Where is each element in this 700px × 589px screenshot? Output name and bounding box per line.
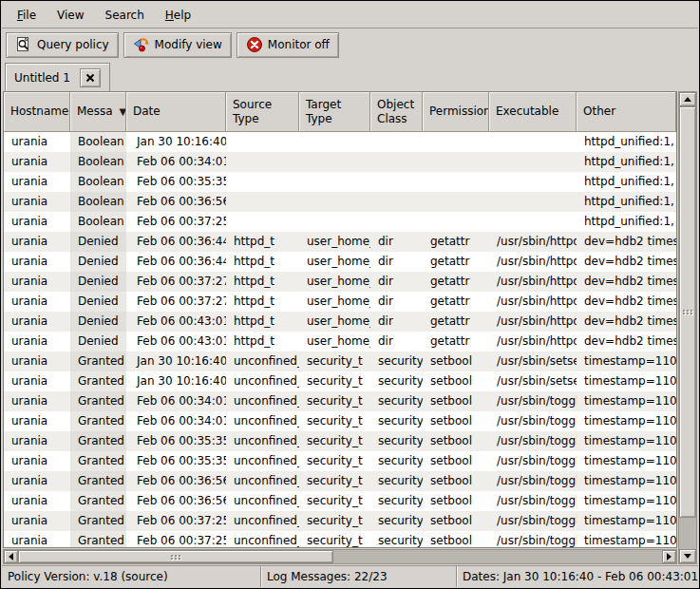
table-row[interactable]: uraniaGrantedFeb 06 00:35:35unconfined_s… [4,451,676,471]
cell-permission: setbool [423,391,489,411]
table-row[interactable]: uraniaGrantedFeb 06 00:36:56unconfined_s… [4,471,676,491]
column-header-other[interactable]: Other [577,92,676,132]
cell-source-type [226,192,299,212]
cell-target-type [299,172,370,192]
cell-hostname: urania [4,272,70,292]
grip-icon [683,310,693,314]
cell-executable: /usr/sbin/toggle [489,391,577,411]
table-row[interactable]: uraniaDeniedFeb 06 00:37:27httpd_tuser_h… [4,272,676,292]
cell-target-type: security_t [299,431,370,451]
menu-file[interactable]: File [8,5,46,26]
cell-other: httpd_unified:1, h [577,212,676,232]
cell-other: dev=hdb2 timesta [577,232,676,252]
cell-message: Granted [70,391,126,411]
status-bar: Policy Version: v.18 (source) Log Messag… [2,565,698,587]
table-row[interactable]: uraniaDeniedFeb 06 00:36:44httpd_tuser_h… [4,252,676,272]
table-row[interactable]: uraniaGrantedFeb 06 00:35:35unconfined_s… [4,431,676,451]
cell-other: timestamp=11076 [577,531,676,547]
scroll-right-button[interactable] [662,550,676,563]
cell-message: Boolean [70,192,126,212]
cell-source-type: unconfined_ [226,352,299,371]
table-row[interactable]: uraniaBooleanFeb 06 00:34:01httpd_unifie… [4,152,676,172]
cell-source-type: unconfined_ [226,511,299,531]
cell-date: Feb 06 00:36:56 [126,491,226,511]
cell-hostname: urania [4,132,70,152]
table-row[interactable]: uraniaGrantedFeb 06 00:34:01unconfined_s… [4,391,676,411]
scroll-left-button[interactable] [4,550,18,563]
horizontal-scrollbar-thumb[interactable] [18,550,333,563]
cell-other: dev=hdb2 timesta [577,272,676,292]
menu-view[interactable]: View [47,5,93,26]
table-row[interactable]: uraniaBooleanFeb 06 00:37:25httpd_unifie… [4,212,676,232]
tab-close-button[interactable] [80,68,101,87]
cell-source-type: httpd_t [226,252,299,272]
table-row[interactable]: uraniaBooleanFeb 06 00:36:56httpd_unifie… [4,192,676,212]
cell-source-type: unconfined_ [226,471,299,491]
cell-executable: /usr/sbin/toggle [489,451,577,471]
cell-hostname: urania [4,312,70,332]
cell-source-type: unconfined_ [226,451,299,471]
column-header-object-class[interactable]: Object Class [370,92,423,132]
menu-search[interactable]: Search [96,5,154,26]
table-row[interactable]: uraniaGrantedFeb 06 00:34:01unconfined_s… [4,411,676,431]
vertical-scrollbar[interactable] [678,91,697,564]
column-label: Object Class [377,98,414,126]
cell-hostname: urania [4,332,70,352]
cell-object-class [370,192,423,212]
table-row[interactable]: uraniaDeniedFeb 06 00:37:27httpd_tuser_h… [4,292,676,312]
table-row[interactable]: uraniaDeniedFeb 06 00:36:44httpd_tuser_h… [4,232,676,252]
table-row[interactable]: uraniaGrantedFeb 06 00:37:25unconfined_s… [4,511,676,531]
column-label: Source Type [233,98,272,126]
column-header-hostname[interactable]: Hostname [4,92,70,132]
column-header-target-type[interactable]: Target Type [299,92,370,132]
table-row[interactable]: uraniaBooleanJan 30 10:16:40httpd_unifie… [4,132,676,152]
cell-other: timestamp=11071 [577,371,676,391]
cell-target-type: user_home_ [299,292,370,312]
column-header-message[interactable]: Messa▼ [70,92,126,132]
table-row[interactable]: uraniaDeniedFeb 06 00:43:01httpd_tuser_h… [4,332,676,352]
cell-executable: /usr/sbin/toggle [489,511,577,531]
table-row[interactable]: uraniaGrantedJan 30 10:16:40unconfined_s… [4,352,676,371]
cell-source-type: httpd_t [226,312,299,332]
table-row[interactable]: uraniaDeniedFeb 06 00:43:01httpd_tuser_h… [4,312,676,332]
cell-permission [423,172,489,192]
cell-target-type [299,212,370,232]
query-policy-button[interactable]: Query policy [6,32,119,58]
arrow-left-icon [9,553,13,560]
scroll-down-button[interactable] [679,549,696,563]
cell-hostname: urania [4,511,70,531]
dates-status: Dates: Jan 30 10:16:40 - Feb 06 00:43:01 [456,566,698,587]
scroll-up-button[interactable] [679,92,696,106]
cell-hostname: urania [4,172,70,192]
cell-object-class: dir [370,332,423,352]
column-header-permission[interactable]: Permission [423,92,489,132]
table-row[interactable]: uraniaGrantedJan 30 10:16:40unconfined_s… [4,371,676,391]
cell-message: Boolean [70,152,126,172]
cell-executable: /usr/sbin/httpd [489,292,577,312]
table-row[interactable]: uraniaGrantedFeb 06 00:36:56unconfined_s… [4,491,676,511]
table-header: HostnameMessa▼DateSource TypeTarget Type… [4,92,676,132]
cell-message: Granted [70,451,126,471]
tab-untitled-1[interactable]: Untitled 1 [5,63,110,91]
cell-executable [489,152,577,172]
cell-date: Feb 06 00:35:35 [126,431,226,451]
horizontal-scrollbar[interactable] [3,549,677,564]
table-row[interactable]: uraniaBooleanFeb 06 00:35:35httpd_unifie… [4,172,676,192]
modify-view-button[interactable]: Modify view [123,32,232,58]
cell-permission [423,212,489,232]
cell-other: timestamp=11076 [577,511,676,531]
column-header-date[interactable]: Date [126,92,226,132]
vertical-scrollbar-thumb[interactable] [679,106,696,518]
cell-target-type: security_t [299,352,370,371]
cell-message: Boolean [70,132,126,152]
table-row[interactable]: uraniaGrantedFeb 06 00:37:25unconfined_s… [4,531,676,547]
cell-date: Feb 06 00:36:56 [126,471,226,491]
monitor-off-button[interactable]: Monitor off [236,32,339,58]
cell-date: Jan 30 10:16:40 [126,132,226,152]
cell-hostname: urania [4,292,70,312]
menu-help[interactable]: Help [156,5,200,26]
column-header-executable[interactable]: Executable [489,92,577,132]
column-header-source-type[interactable]: Source Type [226,92,299,132]
cell-source-type: unconfined_ [226,491,299,511]
cell-permission [423,152,489,172]
